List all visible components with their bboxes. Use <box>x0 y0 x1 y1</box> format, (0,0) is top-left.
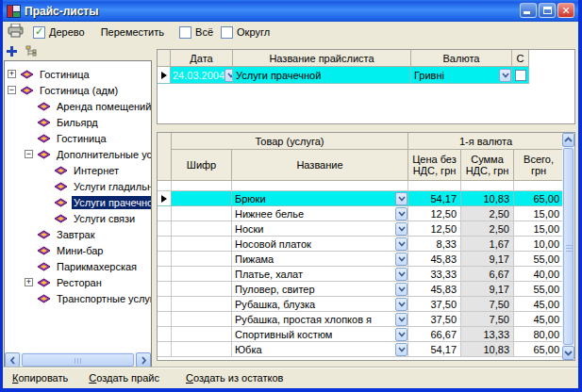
total-cell[interactable]: 10,00 <box>514 237 564 252</box>
name-cell[interactable]: Носовой платок <box>232 237 408 252</box>
total-cell[interactable]: 15,00 <box>514 221 564 237</box>
tree-item[interactable]: Парикмахерская <box>5 258 151 274</box>
date-dropdown-button[interactable] <box>224 69 233 82</box>
name-dropdown-button[interactable] <box>395 313 407 326</box>
all-checkbox[interactable] <box>179 26 191 39</box>
name-dropdown-button[interactable] <box>395 237 407 251</box>
code-cell[interactable] <box>172 312 232 327</box>
date-column-header[interactable]: Дата <box>171 50 233 67</box>
maximize-button[interactable] <box>539 3 556 18</box>
name-dropdown-button[interactable] <box>395 222 407 236</box>
tree-item[interactable]: Услуги гладильной <box>5 178 151 194</box>
code-column-header[interactable]: Шифр <box>172 150 232 181</box>
total-cell[interactable]: 55,00 <box>514 282 564 297</box>
name-dropdown-button[interactable] <box>395 328 407 341</box>
name-dropdown-button[interactable] <box>395 268 407 281</box>
tree-checkbox[interactable] <box>33 26 45 39</box>
price-cell[interactable]: 8,33 <box>408 237 461 252</box>
create-from-leftovers-action[interactable]: Создать из остатков <box>186 372 283 384</box>
price-cell[interactable]: 12,50 <box>408 221 461 237</box>
table-row[interactable]: Носки 12,50 2,50 15,00 <box>158 221 574 237</box>
name-cell[interactable]: Нижнее белье <box>232 206 408 221</box>
price-column-header[interactable]: Цена без НДС, грн <box>408 150 461 181</box>
table-row[interactable]: Пуловер, свитер 45,83 9,17 55,00 <box>158 282 574 297</box>
code-cell[interactable] <box>172 206 232 221</box>
tree-item[interactable]: Услуги связи <box>5 210 151 226</box>
total-cell[interactable]: 65,00 <box>514 342 564 357</box>
pricelist-name-cell[interactable]: Услуги прачечной <box>233 67 411 84</box>
name-cell[interactable]: Брюки <box>232 191 408 206</box>
tree-item[interactable]: Ресторан <box>5 274 151 290</box>
price-cell[interactable]: 37,50 <box>408 297 461 312</box>
tree-item[interactable]: Дополнительные услуги <box>5 146 151 162</box>
code-cell[interactable] <box>172 252 232 267</box>
c-cell[interactable] <box>512 67 529 84</box>
table-row[interactable]: Носовой платок 8,33 1,67 10,00 <box>158 237 574 252</box>
code-cell[interactable] <box>172 191 232 206</box>
create-pricelist-action[interactable]: Создать прайс <box>89 372 159 384</box>
total-cell[interactable]: 40,00 <box>514 267 564 282</box>
currency-column-header[interactable]: Валюта <box>411 50 512 67</box>
table-row[interactable]: Рубашка, блузка 37,50 7,50 45,00 <box>158 297 574 312</box>
name-dropdown-button[interactable] <box>395 207 407 220</box>
tree-item[interactable]: Гостиница <box>5 130 151 146</box>
expand-icon[interactable] <box>8 70 16 78</box>
scrollbar-thumb[interactable] <box>22 353 134 367</box>
price-cell[interactable]: 45,83 <box>408 252 461 267</box>
close-button[interactable]: ✕ <box>557 3 574 18</box>
code-cell[interactable] <box>172 237 232 252</box>
total-cell[interactable]: 65,00 <box>514 191 564 206</box>
table-row[interactable]: Спортивный костюм 66,67 13,33 80,00 <box>158 327 574 342</box>
tree-item[interactable]: Мини-бар <box>5 242 151 258</box>
round-checkbox[interactable] <box>221 26 233 39</box>
tree-item[interactable]: Гостиница <box>5 66 151 82</box>
total-cell[interactable]: 45,00 <box>514 312 564 327</box>
name-dropdown-button[interactable] <box>395 253 407 266</box>
scroll-right-button[interactable] <box>136 352 151 368</box>
copy-action[interactable]: Копировать <box>12 372 68 384</box>
name-dropdown-button[interactable] <box>395 283 407 296</box>
tree-view-button[interactable] <box>25 44 40 61</box>
minimize-button[interactable] <box>520 3 537 18</box>
name-cell[interactable]: Спортивный костюм <box>232 327 408 342</box>
c-checkbox[interactable] <box>515 70 526 81</box>
date-cell[interactable]: 24.03.2004 <box>171 67 233 84</box>
code-cell[interactable] <box>172 327 232 342</box>
total-cell[interactable]: 55,00 <box>514 252 564 267</box>
table-row[interactable]: Брюки 54,17 10,83 65,00 <box>158 191 574 206</box>
name-cell[interactable]: Пуловер, свитер <box>232 282 408 297</box>
scrollbar-thumb[interactable] <box>563 148 574 345</box>
filter-row[interactable] <box>158 181 574 191</box>
tree-item[interactable]: Аренда помещений <box>5 98 151 114</box>
collapse-icon[interactable] <box>8 86 16 94</box>
name-cell[interactable]: Юбка <box>232 342 408 357</box>
currency-cell[interactable]: Гривні <box>411 67 512 84</box>
name-column-header[interactable]: Название <box>232 150 408 181</box>
pricelist-row[interactable]: 24.03.2004 Услуги прачечной Гривні <box>158 67 574 84</box>
name-dropdown-button[interactable] <box>395 192 407 205</box>
price-cell[interactable]: 37,50 <box>408 312 461 327</box>
total-cell[interactable]: 45,00 <box>514 297 564 312</box>
move-button[interactable]: Переместить <box>101 26 164 38</box>
price-cell[interactable]: 45,83 <box>408 282 461 297</box>
price-cell[interactable]: 54,17 <box>408 342 461 357</box>
tree-horizontal-scrollbar[interactable] <box>5 352 151 368</box>
tree-item[interactable]: Интернет <box>5 162 151 178</box>
table-row[interactable]: Нижнее белье 12,50 2,50 15,00 <box>158 206 574 221</box>
tree-item[interactable]: Бильярд <box>5 114 151 130</box>
name-cell[interactable]: Платье, халат <box>232 267 408 282</box>
code-cell[interactable] <box>172 282 232 297</box>
name-column-header[interactable]: Название прайслиста <box>233 50 411 67</box>
tree-item-selected[interactable]: Услуги прачечной <box>5 194 151 210</box>
expand-icon[interactable] <box>25 278 33 286</box>
scroll-up-button[interactable] <box>562 133 574 147</box>
tree-item[interactable]: Гостиница (адм) <box>5 82 151 98</box>
collapse-icon[interactable] <box>25 150 33 158</box>
goods-vertical-scrollbar[interactable] <box>562 133 574 360</box>
code-cell[interactable] <box>172 267 232 282</box>
table-row[interactable]: Пижама 45,83 9,17 55,00 <box>158 252 574 267</box>
table-row[interactable]: Рубашка, простая хлопков я 37,50 7,50 45… <box>158 312 574 327</box>
code-cell[interactable] <box>172 342 232 357</box>
currency-dropdown-button[interactable] <box>499 69 511 82</box>
total-column-header[interactable]: Всего, грн <box>514 150 564 181</box>
